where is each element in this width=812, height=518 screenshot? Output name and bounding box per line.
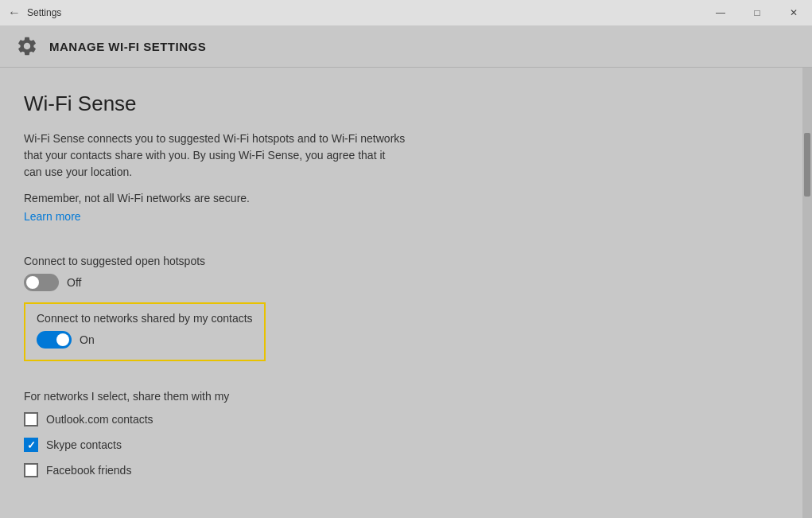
facebook-label: Facebook friends: [46, 464, 131, 477]
maximize-button[interactable]: □: [739, 0, 775, 25]
window: ← Settings — □ ✕ MANAGE WI-FI SETTINGS W…: [0, 0, 812, 518]
app-header: MANAGE WI-FI SETTINGS: [0, 25, 812, 68]
remember-text: Remember, not all Wi-Fi networks are sec…: [24, 192, 779, 204]
contacts-toggle-row: On: [37, 331, 253, 349]
contacts-toggle[interactable]: [37, 331, 72, 349]
learn-more-link[interactable]: Learn more: [24, 210, 81, 223]
titlebar-controls: — □ ✕: [702, 0, 812, 25]
gear-icon: [16, 35, 38, 57]
titlebar-left: ← Settings: [8, 6, 61, 20]
skype-label: Skype contacts: [46, 438, 122, 451]
outlook-label: Outlook.com contacts: [46, 413, 153, 426]
hotspot-label: Connect to suggested open hotspots: [24, 255, 779, 267]
facebook-checkbox[interactable]: [24, 463, 38, 477]
titlebar-title: Settings: [27, 7, 61, 18]
page-title: Wi-Fi Sense: [24, 92, 779, 116]
outlook-checkbox[interactable]: [24, 412, 38, 426]
hotspot-toggle-label: Off: [67, 276, 81, 289]
skype-checkbox[interactable]: [24, 438, 38, 452]
contacts-section: Connect to networks shared by my contact…: [24, 302, 266, 361]
titlebar: ← Settings — □ ✕: [0, 0, 812, 25]
close-button[interactable]: ✕: [775, 0, 812, 25]
outlook-checkbox-row: Outlook.com contacts: [24, 412, 779, 426]
share-label: For networks I select, share them with m…: [24, 390, 779, 403]
hotspot-toggle-thumb: [26, 276, 39, 289]
header-title: MANAGE WI-FI SETTINGS: [49, 40, 206, 53]
description-text: Wi-Fi Sense connects you to suggested Wi…: [24, 130, 406, 181]
back-button[interactable]: ←: [8, 6, 21, 20]
scrollbar-thumb[interactable]: [804, 133, 810, 197]
contacts-toggle-thumb: [56, 333, 69, 346]
main-content: Wi-Fi Sense Wi-Fi Sense connects you to …: [0, 68, 802, 518]
hotspot-toggle[interactable]: [24, 274, 59, 291]
scrollbar[interactable]: [802, 68, 812, 518]
content-area: Wi-Fi Sense Wi-Fi Sense connects you to …: [0, 68, 812, 518]
contacts-label: Connect to networks shared by my contact…: [37, 312, 253, 325]
skype-checkbox-row: Skype contacts: [24, 438, 779, 452]
minimize-button[interactable]: —: [702, 0, 739, 25]
contacts-toggle-label: On: [80, 333, 95, 346]
facebook-checkbox-row: Facebook friends: [24, 463, 779, 477]
hotspot-toggle-row: Off: [24, 274, 779, 291]
